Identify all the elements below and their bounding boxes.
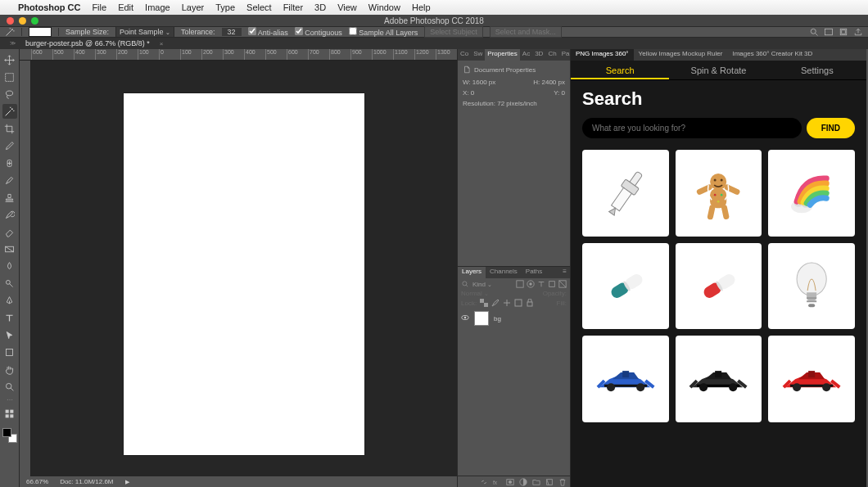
svg-point-10 (6, 383, 11, 389)
svg-point-18 (529, 282, 531, 285)
zoom-level[interactable]: 66.67% (26, 478, 48, 485)
frame-icon[interactable] (839, 27, 848, 37)
eyedropper-tool[interactable] (2, 138, 17, 153)
workspace-icon[interactable] (824, 27, 834, 37)
plugin-nav-search[interactable]: Search (571, 61, 669, 79)
menu-file[interactable]: File (92, 2, 106, 12)
properties-tabs[interactable]: Co Sw Properties Ac 3D Ch Pan (458, 49, 570, 61)
layer-thumbnail[interactable] (474, 311, 489, 326)
filter-smart-icon[interactable] (558, 280, 567, 288)
filter-pixel-icon[interactable] (516, 280, 524, 288)
antialias-checkbox[interactable]: Anti-alias (248, 27, 288, 37)
dodge-tool[interactable] (2, 276, 17, 291)
result-card[interactable] (768, 150, 855, 237)
menu-view[interactable]: View (337, 2, 357, 12)
svg-rect-67 (808, 371, 815, 377)
fx-icon[interactable]: fx (493, 478, 501, 486)
magic-wand-tool[interactable] (2, 104, 17, 119)
select-subject-button[interactable]: Select Subject (424, 26, 483, 38)
blend-mode-dropdown[interactable]: Normal ⌄ (461, 290, 489, 297)
filter-kind-dropdown[interactable]: Kind ⌄ (472, 281, 492, 288)
menu-select[interactable]: Select (246, 2, 272, 12)
lasso-tool[interactable] (2, 87, 17, 101)
mask-icon[interactable] (506, 478, 514, 486)
plugin-nav-settings[interactable]: Settings (768, 61, 866, 79)
type-tool[interactable] (2, 310, 17, 325)
result-card[interactable] (676, 150, 762, 237)
trash-icon[interactable] (558, 478, 567, 486)
filter-icon[interactable] (461, 280, 469, 288)
filter-type-icon[interactable] (537, 280, 545, 288)
menu-3d[interactable]: 3D (314, 2, 326, 12)
menu-layer[interactable]: Layer (182, 2, 205, 12)
lock-paint-icon[interactable] (491, 299, 500, 307)
result-card[interactable] (582, 336, 669, 422)
brush-tool[interactable] (2, 173, 17, 187)
shape-tool[interactable] (2, 345, 17, 359)
search-icon[interactable] (809, 27, 819, 37)
edit-toolbar-icon[interactable] (2, 406, 17, 421)
zoom-tool[interactable] (2, 379, 17, 394)
menu-type[interactable]: Type (215, 2, 235, 12)
svg-rect-24 (527, 302, 532, 306)
plugin-tabs[interactable]: PNG Images 360° Yellow Images Mockup Rul… (571, 49, 866, 61)
layers-tabs[interactable]: Layers Channels Paths ≡ (458, 267, 570, 278)
pen-tool[interactable] (2, 293, 17, 308)
blur-tool[interactable] (2, 259, 17, 273)
svg-point-35 (710, 174, 726, 190)
adjustment-icon[interactable] (519, 478, 527, 486)
stamp-tool[interactable] (2, 190, 17, 205)
foreground-background-colors[interactable] (2, 428, 17, 443)
menu-edit[interactable]: Edit (118, 2, 133, 12)
eraser-tool[interactable] (2, 224, 17, 239)
crop-tool[interactable] (2, 121, 17, 136)
menu-window[interactable]: Window (368, 2, 400, 12)
app-name[interactable]: Photoshop CC (18, 2, 80, 12)
sample-size-dropdown[interactable]: Point Sample ⌄ (115, 26, 174, 38)
result-card[interactable] (768, 336, 855, 422)
svg-rect-39 (708, 204, 717, 219)
plugin-nav-spin[interactable]: Spin & Rotate (669, 61, 767, 79)
result-card[interactable] (582, 243, 669, 330)
result-card[interactable] (768, 243, 855, 330)
hand-tool[interactable] (2, 362, 17, 377)
sample-all-checkbox[interactable]: Sample All Layers (349, 27, 418, 37)
layer-row[interactable]: bg (458, 309, 570, 328)
document-tab[interactable]: burger-poster.psb @ 66.7% (RGB/8) * (19, 39, 156, 47)
document-viewport[interactable] (31, 61, 457, 487)
color-swatch[interactable] (29, 27, 52, 37)
move-tool[interactable] (2, 52, 17, 67)
document-canvas[interactable] (124, 93, 364, 455)
lock-artboard-icon[interactable] (514, 299, 522, 307)
result-card[interactable] (676, 243, 762, 330)
menu-image[interactable]: Image (145, 2, 170, 12)
tolerance-input[interactable]: 32 (222, 28, 242, 36)
history-brush-tool[interactable] (2, 207, 17, 222)
ruler-vertical (20, 61, 31, 487)
healing-brush-tool[interactable] (2, 156, 17, 170)
contiguous-checkbox[interactable]: Contiguous (295, 27, 342, 37)
search-input[interactable] (582, 118, 802, 138)
lock-transparent-icon[interactable] (480, 299, 488, 307)
new-layer-icon[interactable] (545, 478, 554, 486)
menu-help[interactable]: Help (412, 2, 431, 12)
filter-shape-icon[interactable] (548, 280, 556, 288)
menu-filter[interactable]: Filter (283, 2, 303, 12)
share-icon[interactable] (853, 27, 863, 37)
folder-icon[interactable] (532, 478, 540, 486)
close-tab-icon[interactable]: × (160, 40, 164, 47)
gradient-tool[interactable] (2, 241, 17, 256)
tool-preset-icon[interactable] (5, 27, 15, 37)
result-card[interactable] (676, 336, 762, 422)
find-button[interactable]: FIND (807, 118, 855, 138)
result-card[interactable] (582, 150, 669, 237)
path-selection-tool[interactable] (2, 327, 17, 342)
lock-position-icon[interactable] (503, 299, 511, 307)
filter-adjust-icon[interactable] (527, 280, 535, 288)
link-layers-icon[interactable] (480, 478, 488, 486)
visibility-icon[interactable] (461, 313, 469, 323)
lock-all-icon[interactable] (526, 299, 534, 307)
layer-name[interactable]: bg (494, 315, 501, 322)
marquee-tool[interactable] (2, 70, 17, 84)
select-and-mask-button[interactable]: Select and Mask... (490, 26, 562, 38)
